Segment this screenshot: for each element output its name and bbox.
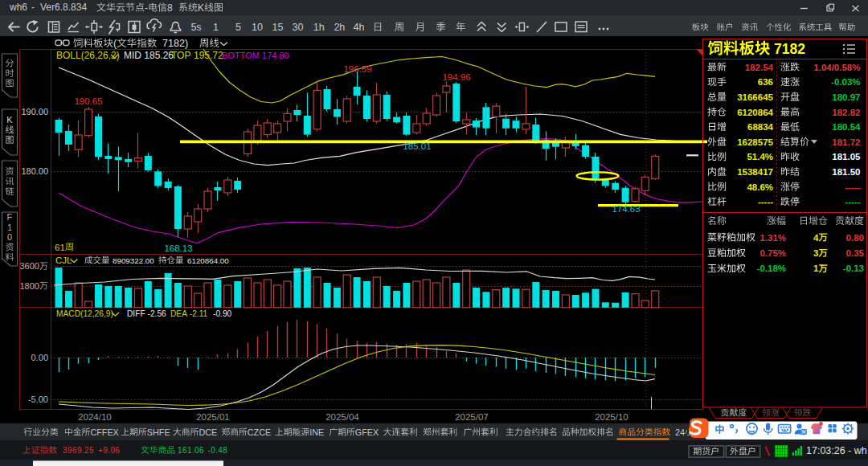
svg-text:185.26: 185.26	[144, 50, 174, 61]
svg-text:DIFF: DIFF	[127, 309, 145, 318]
svg-text:-----: -----	[845, 182, 860, 192]
svg-text:3: 3	[813, 248, 818, 258]
svg-text:17:03:26: 17:03:26	[806, 445, 845, 456]
svg-text:51.4%: 51.4%	[747, 152, 773, 161]
svg-text:-0.03%: -0.03%	[831, 77, 860, 87]
svg-text:-----: -----	[845, 197, 860, 206]
svg-text:4h: 4h	[354, 22, 365, 33]
svg-text:61: 61	[55, 243, 65, 252]
svg-text:15: 15	[272, 22, 284, 33]
svg-text:1628575: 1628575	[737, 137, 773, 147]
svg-text:185.01: 185.01	[403, 141, 431, 151]
svg-text:168.13: 168.13	[164, 243, 192, 253]
svg-text:2025/01: 2025/01	[196, 412, 230, 422]
svg-text:180.97: 180.97	[832, 92, 860, 102]
svg-text:0.00: 0.00	[31, 353, 48, 362]
svg-text:180.00: 180.00	[21, 166, 48, 176]
svg-text:5s: 5s	[190, 22, 201, 33]
svg-text:+9.06: +9.06	[98, 446, 120, 455]
svg-text:6120864: 6120864	[737, 108, 773, 117]
svg-text:-: -	[848, 445, 851, 456]
svg-text:-0.18%: -0.18%	[757, 264, 786, 273]
svg-text:2025/07: 2025/07	[455, 412, 489, 422]
svg-text:-5.00: -5.00	[28, 394, 48, 404]
svg-text:1: 1	[813, 264, 819, 273]
svg-text:3969.25: 3969.25	[63, 446, 94, 455]
svg-text:K: K	[198, 2, 204, 14]
svg-text:181.50: 181.50	[832, 167, 860, 177]
svg-text:CZCE: CZCE	[248, 427, 271, 437]
svg-text:-0.13: -0.13	[843, 264, 864, 273]
svg-text:1: 1	[7, 223, 12, 232]
svg-text:wh6: wh6	[9, 2, 27, 13]
svg-text:MACD(12,26,9): MACD(12,26,9)	[56, 309, 113, 318]
svg-text:5: 5	[235, 22, 241, 33]
svg-text:194.96: 194.96	[442, 72, 470, 82]
svg-text:4: 4	[813, 233, 819, 243]
svg-text:1800: 1800	[20, 281, 39, 291]
svg-text:195.72: 195.72	[194, 50, 223, 61]
svg-text:24: 24	[675, 427, 685, 437]
svg-text:3166645: 3166645	[737, 92, 773, 102]
svg-text:181.72: 181.72	[832, 137, 860, 147]
svg-text:7182): 7182)	[162, 38, 188, 49]
svg-text:182.54: 182.54	[745, 63, 774, 72]
svg-text:DCE: DCE	[199, 427, 217, 437]
svg-text:-2.56: -2.56	[148, 309, 167, 318]
svg-text:7182: 7182	[774, 41, 805, 57]
svg-text:INE: INE	[309, 427, 324, 437]
svg-text:CFFEX: CFFEX	[90, 427, 118, 437]
svg-text:180.54: 180.54	[832, 122, 861, 132]
svg-text:2h: 2h	[334, 22, 345, 33]
svg-text:161.06: 161.06	[178, 446, 204, 455]
svg-text:0.75%: 0.75%	[760, 248, 786, 258]
svg-text:174.63: 174.63	[612, 204, 640, 214]
svg-text:-2.11: -2.11	[190, 309, 208, 318]
svg-text:181.05: 181.05	[832, 152, 861, 161]
svg-text:10: 10	[252, 22, 263, 33]
svg-text:190.00: 190.00	[21, 107, 48, 117]
svg-text:68834: 68834	[747, 122, 774, 132]
svg-text:1: 1	[213, 22, 219, 33]
svg-text:BOLL(26,26,2): BOLL(26,26,2)	[56, 50, 120, 61]
svg-text:SHFE: SHFE	[147, 427, 170, 437]
svg-text:2025/04: 2025/04	[326, 412, 359, 422]
svg-text:1.04/0.58%: 1.04/0.58%	[813, 63, 860, 72]
svg-text:1538417: 1538417	[737, 167, 773, 177]
svg-text:0.35: 0.35	[846, 248, 865, 258]
svg-text:2025/10: 2025/10	[595, 412, 628, 422]
svg-text:Ver6.8.834: Ver6.8.834	[40, 2, 87, 13]
svg-text:MID: MID	[124, 50, 141, 61]
svg-text:-: -	[31, 2, 35, 13]
svg-text:48.6%: 48.6%	[747, 182, 773, 192]
svg-text:-0.48: -0.48	[208, 446, 228, 455]
svg-text:DEA: DEA	[170, 309, 187, 318]
svg-text:GFEX: GFEX	[355, 427, 379, 437]
svg-text:F: F	[7, 212, 13, 222]
svg-text:0: 0	[7, 232, 12, 242]
svg-text:-----: -----	[758, 197, 773, 206]
svg-text:TOP: TOP	[171, 50, 190, 61]
svg-text:1h: 1h	[313, 22, 325, 33]
svg-text:K: K	[6, 115, 13, 125]
svg-text:636: 636	[758, 77, 773, 87]
svg-text:wh: wh	[854, 445, 867, 456]
svg-text:30: 30	[293, 22, 304, 33]
svg-text:-: -	[145, 2, 148, 14]
svg-text:0.80: 0.80	[846, 233, 864, 243]
svg-text:182.82: 182.82	[832, 108, 860, 117]
svg-text:196.59: 196.59	[343, 64, 371, 74]
svg-text:8909322.00: 8909322.00	[113, 256, 154, 265]
svg-text:2024/10: 2024/10	[78, 412, 112, 422]
svg-text:CJL: CJL	[55, 255, 72, 265]
svg-text:G: G	[802, 429, 806, 435]
svg-text:8: 8	[167, 2, 173, 14]
svg-text:-0.90: -0.90	[213, 309, 232, 318]
svg-text:3600: 3600	[20, 261, 39, 271]
svg-text:190.65: 190.65	[74, 96, 102, 106]
svg-text:BOTTOM: BOTTOM	[222, 51, 260, 60]
svg-text:6120864.00: 6120864.00	[187, 256, 229, 265]
svg-text:174.80: 174.80	[262, 51, 289, 60]
svg-text:1.31%: 1.31%	[760, 233, 786, 243]
